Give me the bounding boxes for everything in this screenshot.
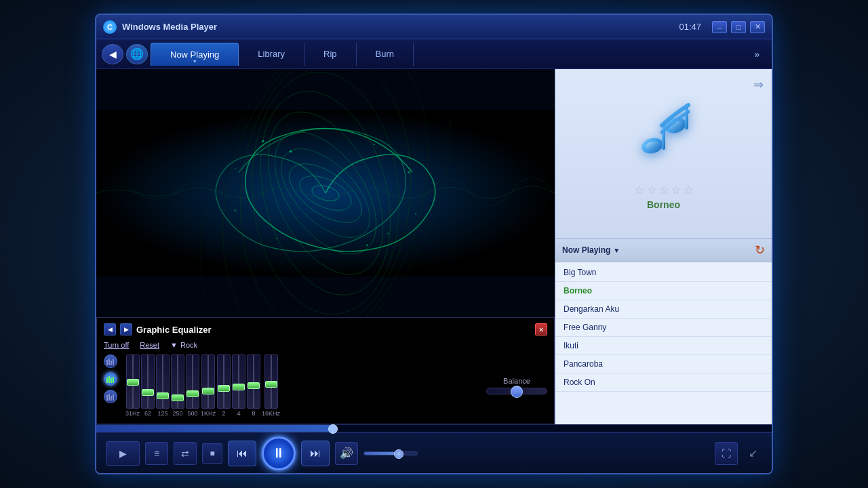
back-button[interactable]: ◀ [102,44,123,64]
eq-controls-row: Turn off Reset ▼ Rock [104,341,547,349]
svg-rect-30 [113,377,114,383]
nav-tabs: Now Playing Library Rip Burn [151,43,745,66]
eq-slider-62[interactable] [141,354,155,409]
equalizer-panel: ◀ ▶ Graphic Equalizer ✕ Turn off Reset ▼… [96,317,555,424]
eq-preset-1[interactable] [104,354,117,368]
balance-slider[interactable] [486,388,547,394]
svg-point-19 [234,209,236,211]
svg-point-15 [408,171,410,174]
eq-sliders-grid: 31Hz 62 [125,354,475,417]
volume-icon[interactable]: 🔊 [335,442,358,465]
volume-slider-thumb[interactable] [394,449,403,459]
playlist-shuffle-button[interactable]: ↻ [755,243,765,258]
minimize-button[interactable]: – [712,21,727,33]
eq-turnoff-link[interactable]: Turn off [104,341,129,349]
prev-button[interactable]: ⏮ [228,441,256,466]
eq-close-button[interactable]: ✕ [535,323,547,336]
eq-slider-125[interactable] [156,354,170,409]
svg-rect-28 [108,376,110,383]
eq-freq-8k: 8 [247,354,260,417]
svg-point-13 [290,150,292,152]
eq-slider-2k[interactable] [217,354,231,409]
pause-button[interactable]: ⏸ [262,436,296,470]
balance-label: Balance [503,377,530,385]
progress-bar-container[interactable] [96,424,772,432]
eq-slider-500[interactable] [186,354,199,409]
svg-rect-26 [113,359,114,365]
star-2[interactable]: ☆ [647,184,656,197]
playlist-button[interactable]: ≡ [145,442,168,465]
restore-button[interactable]: □ [731,21,746,33]
visualization-area [96,69,555,317]
eq-freq-62: 62 [141,354,155,417]
clock-display: 01:47 [679,22,701,32]
eq-slider-31hz[interactable] [126,354,140,409]
eq-sliders-area: 31Hz 62 [104,354,547,417]
eq-freq-16khz: 16KHz [262,354,280,417]
shuffle-button[interactable]: ⇄ [174,442,197,465]
tab-library[interactable]: Library [239,43,304,66]
eq-slider-4k[interactable] [232,354,245,409]
window-title: Windows Media Player [122,22,679,32]
svg-rect-32 [108,394,110,401]
playlist-dropdown-arrow[interactable]: ▼ [613,247,620,254]
balance-handle[interactable] [511,386,523,398]
nav-arrow-right[interactable]: ⇒ [753,77,764,92]
eq-slider-250[interactable] [171,354,184,409]
svg-point-20 [235,168,236,169]
controls-bar: ▶ ≡ ⇄ ■ ⏮ ⏸ ⏭ 🔊 ⛶ ↙ [96,432,772,473]
playlist-item-pancaroba[interactable]: Pancaroba [555,355,772,373]
svg-rect-25 [111,361,112,365]
eq-reset-link[interactable]: Reset [140,341,159,349]
eq-slider-16khz[interactable] [264,354,278,409]
playlist-item-big-town[interactable]: Big Town [555,264,772,282]
progress-bar-thumb[interactable] [328,424,338,434]
play-button[interactable]: ▶ [106,441,140,466]
eq-slider-1khz[interactable] [201,354,215,409]
svg-rect-31 [106,395,108,401]
nav-bar: ◀ 🌐 Now Playing Library Rip Burn » [96,39,772,69]
svg-point-17 [366,244,368,246]
nav-more-button[interactable]: » [747,49,766,60]
eq-prev-button[interactable]: ◀ [104,323,116,336]
next-button[interactable]: ⏭ [301,441,330,466]
star-4[interactable]: ☆ [671,184,681,197]
tab-now-playing[interactable]: Now Playing [151,43,239,66]
star-1[interactable]: ☆ [635,184,644,197]
eq-preset-dropdown[interactable]: ▼ Rock [170,341,197,349]
playlist-item-rock-on[interactable]: Rock On [555,373,772,392]
globe-button[interactable]: 🌐 [126,44,148,64]
tab-burn[interactable]: Burn [357,43,414,66]
star-5[interactable]: ☆ [684,184,693,197]
eq-preset-2[interactable] [104,372,117,386]
minimize-to-tray-button[interactable]: ↙ [743,444,762,463]
playlist-item-ikuti[interactable]: Ikuti [555,337,772,355]
right-panel: ⇒ [555,69,772,424]
star-rating[interactable]: ☆ ☆ ☆ ☆ ☆ [635,184,693,197]
playlist-item-dengarkan-aku[interactable]: Dengarkan Aku [555,300,772,319]
visualization-canvas [96,69,555,317]
volume-slider[interactable] [363,451,418,455]
playlist-label[interactable]: Now Playing ▼ [562,245,755,255]
svg-rect-34 [113,394,114,401]
wmp-window: C Windows Media Player 01:47 – □ ✕ ◀ 🌐 N… [95,14,773,474]
stop-button[interactable]: ■ [202,443,222,464]
eq-freq-125: 125 [156,354,170,417]
eq-next-button[interactable]: ▶ [120,323,132,336]
playlist-item-free-ganny[interactable]: Free Ganny [555,319,772,337]
eq-freq-2k: 2 [217,354,231,417]
wmp-icon: C [103,20,117,34]
star-3[interactable]: ☆ [659,184,669,197]
playlist-header: Now Playing ▼ ↻ [555,239,772,262]
playlist-section: Now Playing ▼ ↻ Big Town Borneo Dengarka… [555,239,772,424]
playlist-item-borneo[interactable]: Borneo [555,282,772,300]
eq-slider-8k[interactable] [247,354,260,409]
main-content: ◀ ▶ Graphic Equalizer ✕ Turn off Reset ▼… [96,69,772,424]
eq-preset-3[interactable] [104,390,117,403]
svg-rect-24 [108,359,110,365]
svg-point-21 [262,140,264,142]
eq-header: ◀ ▶ Graphic Equalizer ✕ [104,323,547,336]
tab-rip[interactable]: Rip [304,43,357,66]
fullscreen-button[interactable]: ⛶ [715,442,738,465]
close-button[interactable]: ✕ [750,21,765,33]
